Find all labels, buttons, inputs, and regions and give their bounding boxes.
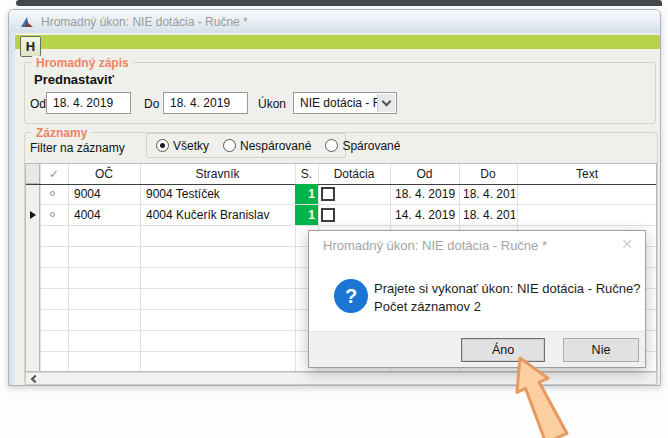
- status-badge: 1: [295, 205, 318, 225]
- column-header-oc[interactable]: OČ: [68, 164, 140, 184]
- action-select[interactable]: NIE dotácia - Ru: [293, 92, 397, 114]
- preset-title: Prednastaviť: [34, 72, 114, 87]
- column-header-dotacia[interactable]: Dotácia: [318, 164, 390, 184]
- table-row-cell-oc[interactable]: 4004: [74, 205, 138, 226]
- table-row-cell-do[interactable]: 18. 4. 2019: [463, 205, 515, 226]
- table-row-cell-stravnik[interactable]: 4004 Kučerík Branislav: [146, 205, 293, 226]
- no-button[interactable]: Nie: [563, 338, 639, 362]
- records-group-label: Záznamy: [32, 126, 91, 140]
- dialog-title: Hromadný úkon: NIE dotácia - Ručne *: [323, 238, 547, 253]
- toolbar: [15, 35, 660, 49]
- table-row-cell-od[interactable]: 18. 4. 2019: [395, 184, 457, 205]
- screen: Hromadný úkon: NIE dotácia - Ručne * H H…: [0, 0, 668, 438]
- radio-icon: [325, 139, 338, 152]
- action-select-value: NIE dotácia - Ru: [300, 96, 388, 110]
- filter-radio-all[interactable]: Všetky: [156, 139, 209, 153]
- column-header-od[interactable]: Od: [390, 164, 459, 184]
- column-header-text[interactable]: Text: [517, 164, 657, 184]
- dotacia-checkbox[interactable]: [321, 208, 335, 222]
- dialog-message-line2: Počet záznamov 2: [374, 299, 481, 314]
- table-row-cell-stravnik[interactable]: 9004 Testíček: [146, 184, 293, 205]
- column-header-s[interactable]: S.: [295, 164, 318, 184]
- to-label: Do: [144, 97, 159, 111]
- table-row-cell-od[interactable]: 14. 4. 2019: [395, 205, 457, 226]
- chevron-down-icon: [382, 97, 392, 107]
- app-icon: [20, 15, 34, 29]
- column-header-do[interactable]: Do: [459, 164, 517, 184]
- row-selected-arrow-icon: [30, 211, 36, 219]
- to-date-input[interactable]: 18. 4. 2019: [163, 92, 248, 114]
- row-indicator-header: [26, 164, 40, 184]
- yes-button[interactable]: Áno: [461, 338, 545, 362]
- column-header-stravnik[interactable]: Stravník: [140, 164, 295, 184]
- question-icon: ?: [334, 279, 368, 313]
- window-title: Hromadný úkon: NIE dotácia - Ručne *: [41, 15, 248, 29]
- table-row-cell-oc[interactable]: 9004: [74, 184, 138, 205]
- h-toolbar-button[interactable]: H: [20, 36, 41, 57]
- scroll-left-icon[interactable]: [31, 374, 39, 382]
- horizontal-scrollbar[interactable]: [25, 372, 657, 385]
- dotacia-checkbox[interactable]: [321, 187, 335, 201]
- column-header-check[interactable]: ✓: [40, 164, 68, 184]
- dialog-message-line1: Prajete si vykonať úkon: NIE dotácia - R…: [374, 281, 640, 296]
- action-select-dropdown-button[interactable]: [377, 94, 395, 112]
- action-label: Úkon: [258, 97, 286, 111]
- radio-icon: [223, 139, 236, 152]
- record-marker-icon: [50, 191, 55, 196]
- record-marker-icon: [50, 212, 55, 217]
- filter-radio-unpaired-label: Nespárované: [240, 139, 311, 153]
- radio-icon: [156, 139, 169, 152]
- status-badge: 1: [295, 184, 318, 204]
- window-left-border: [9, 33, 15, 385]
- bulk-entry-group-label: Hromadný zápis: [32, 56, 133, 70]
- close-icon[interactable]: ✕: [621, 236, 633, 252]
- filter-radio-all-label: Všetky: [173, 139, 209, 153]
- filter-radio-unpaired[interactable]: Nespárované: [223, 139, 311, 153]
- background-window-edge: [16, 0, 662, 6]
- confirm-dialog: Hromadný úkon: NIE dotácia - Ručne * ✕ ?…: [308, 230, 646, 368]
- from-label: Od: [30, 97, 46, 111]
- filter-label: Filter na záznamy: [30, 141, 125, 155]
- window-titlebar[interactable]: Hromadný úkon: NIE dotácia - Ručne *: [9, 10, 660, 33]
- filter-radio-group: Všetky Nespárované Spárované: [146, 133, 346, 158]
- from-date-input[interactable]: 18. 4. 2019: [46, 92, 131, 114]
- filter-radio-paired-label: Spárované: [342, 139, 400, 153]
- dialog-button-bar: Áno Nie: [309, 331, 645, 367]
- filter-radio-paired[interactable]: Spárované: [325, 139, 400, 153]
- table-row-cell-do[interactable]: 18. 4. 2019: [463, 184, 515, 205]
